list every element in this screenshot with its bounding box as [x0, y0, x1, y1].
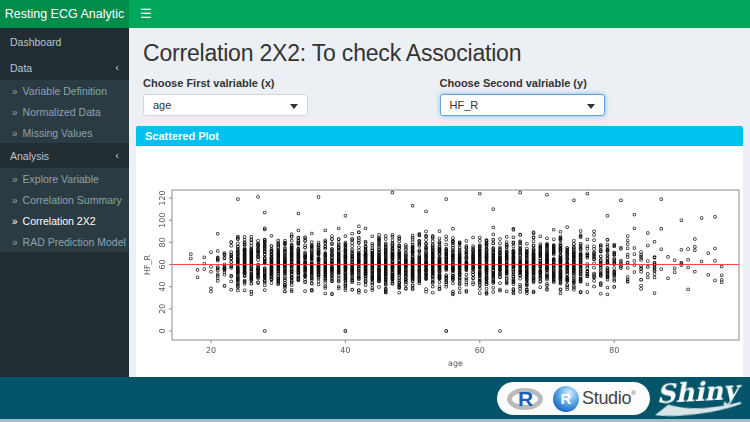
sidebar-toggle-hamburger-icon[interactable]: ☰ [140, 5, 152, 23]
scatter-plot-box-body [136, 146, 743, 377]
double-angle-bullet-icon: » [12, 237, 18, 248]
sidebar-item-rad-prediction-model[interactable]: »RAD Prediction Model [0, 231, 129, 252]
sidebar-item-label: Correlation Summary [23, 194, 122, 206]
caret-down-icon [587, 104, 595, 109]
main-content: Correlation 2X2: To check Association Ch… [129, 28, 750, 377]
scatter-plot-box-header: Scattered Plot [136, 126, 743, 146]
sidebar-item-label: RAD Prediction Model [23, 236, 126, 248]
second-variable-value: HF_R [450, 99, 479, 111]
rstudio-ball-icon: R [553, 386, 579, 412]
caret-down-icon [290, 104, 298, 109]
second-variable-group: Choose Second valriable (y) HF_R [440, 77, 737, 116]
app-title: Resting ECG Analytic [5, 7, 125, 21]
first-variable-value: age [153, 99, 171, 111]
sidebar: DashboardData‹»Variable Definition»Norma… [0, 28, 129, 377]
sidebar-item-normalized-data[interactable]: »Normalized Data [0, 101, 129, 122]
sidebar-section-data[interactable]: Data‹ [0, 55, 129, 80]
sidebar-section-label: Data [10, 62, 32, 74]
sidebar-item-label: Variable Definition [23, 85, 107, 97]
sidebar-item-label: Correlation 2X2 [23, 215, 96, 227]
shiny-logo-text: Shiny [649, 376, 745, 409]
first-variable-label: Choose First valriable (x) [143, 77, 440, 89]
double-angle-bullet-icon: » [12, 86, 18, 97]
first-variable-select[interactable]: age [143, 94, 308, 116]
sidebar-item-label: Normalized Data [23, 106, 101, 118]
app-logo[interactable]: Resting ECG Analytic [0, 0, 129, 28]
sidebar-item-correlation-2x2[interactable]: »Correlation 2X2 [0, 210, 129, 231]
r-logo-letter: R [518, 387, 533, 411]
r-logo-icon: R [507, 386, 545, 412]
scatter-plot-box: Scattered Plot [136, 126, 743, 377]
scatter-plot-canvas[interactable] [139, 148, 743, 377]
sidebar-item-missing-values[interactable]: »Missing Values [0, 122, 129, 143]
sidebar-item-dashboard[interactable]: Dashboard [0, 28, 129, 55]
registered-mark: ® [631, 390, 635, 396]
chevron-left-icon: ‹ [115, 149, 119, 161]
page-title: Correlation 2X2: To check Association [143, 40, 750, 67]
double-angle-bullet-icon: » [12, 216, 18, 227]
sidebar-section-analysis[interactable]: Analysis‹ [0, 143, 129, 168]
rstudio-studio-label: Studio® [582, 388, 635, 409]
sidebar-item-label: Missing Values [23, 127, 93, 139]
footer: R R Studio® Shiny [0, 377, 750, 422]
second-variable-select[interactable]: HF_R [440, 94, 605, 116]
double-angle-bullet-icon: » [12, 128, 18, 139]
second-variable-label: Choose Second valriable (y) [440, 77, 737, 89]
sidebar-item-explore-variable[interactable]: »Explore Variable [0, 168, 129, 189]
sidebar-item-correlation-summary[interactable]: »Correlation Summary [0, 189, 129, 210]
variable-controls: Choose First valriable (x) age Choose Se… [143, 77, 736, 116]
double-angle-bullet-icon: » [12, 174, 18, 185]
app-window: Resting ECG Analytic ☰ DashboardData‹»Va… [0, 0, 750, 422]
sidebar-item-variable-definition[interactable]: »Variable Definition [0, 80, 129, 101]
double-angle-bullet-icon: » [12, 195, 18, 206]
shiny-logo: Shiny [649, 376, 746, 418]
sidebar-item-label: Explore Variable [23, 173, 99, 185]
sidebar-section-label: Analysis [10, 150, 49, 162]
first-variable-group: Choose First valriable (x) age [143, 77, 440, 116]
chevron-left-icon: ‹ [115, 61, 119, 73]
double-angle-bullet-icon: » [12, 107, 18, 118]
r-rstudio-logo-pill: R R Studio® [497, 382, 650, 415]
top-navbar: ☰ [129, 0, 750, 28]
